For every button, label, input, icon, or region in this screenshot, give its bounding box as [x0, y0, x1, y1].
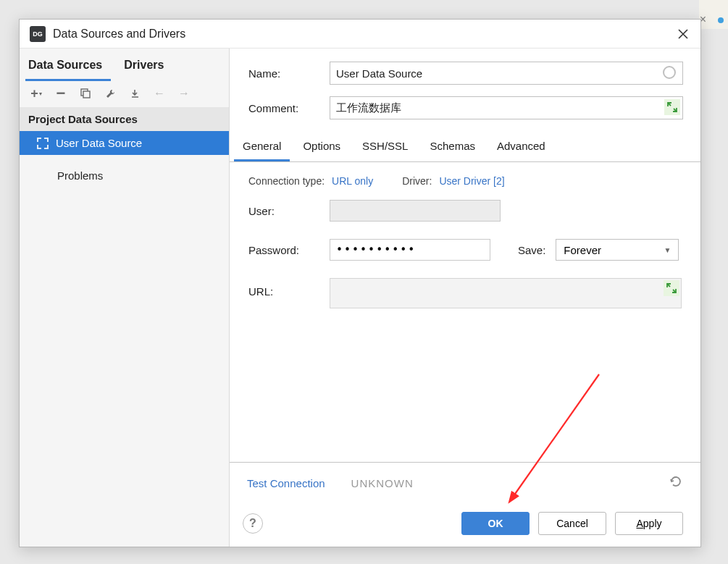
- tree-item-label: User Data Source: [56, 137, 142, 149]
- url-input[interactable]: [330, 278, 682, 308]
- connection-meta: Connection type: URL only Driver: User D…: [230, 162, 700, 191]
- duplicate-button[interactable]: [79, 87, 92, 100]
- password-input[interactable]: [330, 239, 490, 261]
- url-label: URL:: [248, 278, 330, 298]
- sidebar-tabs: Data Sources Drivers: [20, 49, 229, 81]
- save-select[interactable]: Forever ▼: [556, 239, 679, 261]
- tab-general[interactable]: General: [234, 134, 290, 161]
- tab-schemas[interactable]: Schemas: [421, 134, 484, 161]
- save-label: Save:: [518, 244, 545, 256]
- dialog-title: Data Sources and Drivers: [53, 28, 185, 41]
- connection-type-value[interactable]: URL only: [332, 175, 373, 187]
- import-icon[interactable]: [128, 87, 141, 100]
- svg-rect-1: [83, 91, 90, 98]
- close-button[interactable]: [676, 27, 690, 41]
- background-indicator-icon: [718, 17, 724, 23]
- expand-comment-icon[interactable]: [664, 99, 680, 115]
- save-select-value: Forever: [564, 244, 601, 256]
- data-source-tree: User Data Source: [20, 131, 229, 155]
- sidebar-toolbar: +▾ − ← →: [20, 81, 229, 107]
- expand-url-icon[interactable]: [664, 280, 679, 296]
- name-label: Name:: [248, 67, 330, 80]
- tab-data-sources[interactable]: Data Sources: [25, 54, 111, 81]
- wrench-icon[interactable]: [104, 87, 117, 100]
- driver-value[interactable]: User Driver [2]: [439, 175, 504, 187]
- comment-input[interactable]: [330, 96, 683, 119]
- tab-drivers[interactable]: Drivers: [121, 54, 172, 81]
- remove-button[interactable]: −: [54, 87, 67, 100]
- forward-icon: →: [177, 87, 191, 100]
- cancel-button[interactable]: Cancel: [538, 512, 606, 535]
- connection-footer: Test Connection UNKNOWN: [230, 462, 700, 503]
- connection-status: UNKNOWN: [351, 477, 414, 489]
- test-connection-link[interactable]: Test Connection: [247, 477, 325, 489]
- chevron-down-icon: ▼: [664, 246, 671, 254]
- connection-type-label: Connection type:: [248, 175, 325, 187]
- undo-icon[interactable]: [669, 474, 683, 492]
- project-data-sources-header: Project Data Sources: [20, 107, 229, 131]
- tab-options[interactable]: Options: [294, 134, 349, 161]
- data-sources-dialog: DG Data Sources and Drivers Data Sources…: [19, 19, 701, 547]
- comment-label: Comment:: [248, 102, 330, 114]
- button-bar: ? OK Cancel Apply: [230, 503, 700, 547]
- dialog-titlebar: DG Data Sources and Drivers: [20, 20, 700, 49]
- user-label: User:: [248, 205, 330, 217]
- datasource-icon: [37, 138, 49, 149]
- add-button[interactable]: +▾: [30, 87, 43, 100]
- sidebar: Data Sources Drivers +▾ − ← → Project Da…: [20, 49, 230, 547]
- status-circle-icon: [663, 66, 676, 79]
- tab-ssh-ssl[interactable]: SSH/SSL: [353, 134, 417, 161]
- apply-button[interactable]: Apply: [615, 512, 683, 535]
- app-icon: DG: [30, 26, 46, 42]
- ok-button[interactable]: OK: [461, 512, 530, 535]
- driver-label: Driver:: [402, 175, 432, 187]
- tree-item-user-data-source[interactable]: User Data Source: [20, 131, 229, 155]
- password-label: Password:: [248, 244, 330, 256]
- main-panel: Name: Comment: G: [230, 49, 700, 547]
- user-input[interactable]: [330, 200, 501, 222]
- back-icon: ←: [153, 87, 166, 100]
- problems-item[interactable]: Problems: [20, 155, 229, 188]
- detail-tabs: General Options SSH/SSL Schemas Advanced: [230, 134, 700, 162]
- help-button[interactable]: ?: [243, 513, 263, 534]
- name-input[interactable]: [330, 62, 683, 85]
- tab-advanced[interactable]: Advanced: [488, 134, 554, 161]
